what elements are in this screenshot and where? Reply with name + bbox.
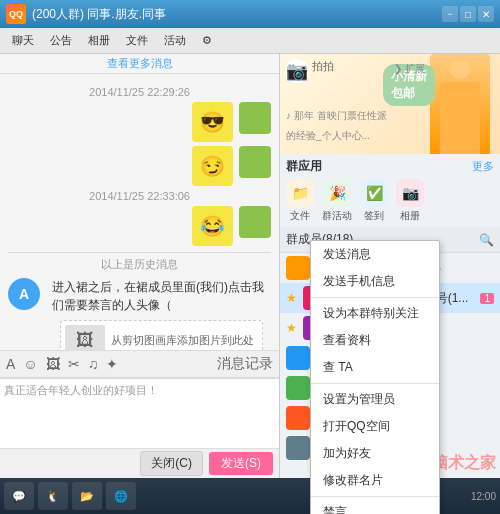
ctx-mute[interactable]: 禁言 [311,499,439,514]
close-chat-button[interactable]: 关闭(C) [140,451,203,476]
taskbar-time: 12:00 [471,491,496,502]
font-btn[interactable]: A [4,354,17,374]
msg-bubble-3: 😂 [192,206,233,246]
msg-content: 进入裙之后，在裙成员里面(我们)点击我们需要禁言的人头像（ 🖼 从剪切图画库添加… [52,278,271,350]
title-bar: QQ (200人群) 同事.朋友.同事 － □ ✕ [0,0,500,28]
msg-bubble-2: 😏 [192,146,233,186]
history-divider: 以上是历史消息 [8,252,271,272]
ctx-ta[interactable]: 查 TA [311,354,439,381]
image-placeholder-text: 从剪切图画库添加图片到此处 [111,333,254,348]
screenshot-btn[interactable]: ✂ [66,354,82,374]
ctx-open-qq-space[interactable]: 打开QQ空间 [311,413,439,440]
ctx-add-friend[interactable]: 加为好友 [311,440,439,467]
ad-label: 拍拍 [312,59,334,74]
sender-avatar: A [8,278,40,310]
main-window: QQ (200人群) 同事.朋友.同事 － □ ✕ 聊天 公告 相册 文件 活动… [0,0,500,514]
group-apps: 群应用 更多 📁 文件 🎉 群活动 ✅ 签到 [280,154,500,227]
maximize-button[interactable]: □ [460,6,476,22]
ctx-send-msg[interactable]: 发送消息 [311,241,439,268]
browser-icon: 🌐 [114,490,128,503]
send-message-button[interactable]: 发送(S) [209,452,273,475]
toolbar-album[interactable]: 相册 [82,31,116,50]
toolbar-notice[interactable]: 公告 [44,31,78,50]
more-btn[interactable]: ✦ [104,354,120,374]
wechat-icon: 💬 [12,490,26,503]
bottom-msg-row: A 进入裙之后，在裙成员里面(我们)点击我们需要禁言的人头像（ 🖼 从剪切图画库… [8,278,271,350]
ad-arrow: ❯ 扩展 [394,62,425,76]
input-placeholder-text: 真正适合年轻人创业的好项目！ [4,383,275,398]
main-toolbar: 聊天 公告 相册 文件 活动 ⚙ [0,28,500,54]
close-window-button[interactable]: ✕ [478,6,494,22]
album-label: 相册 [400,209,420,223]
chat-messages: 2014/11/25 22:29:26 😎 😏 2014/11/25 22:33… [0,74,279,350]
chat-input-area[interactable]: 真正适合年轻人创业的好项目！ [0,378,279,448]
ad-banner: 📷 拍拍 小清新 包邮 ♪ 那年 首映门票任性派 的经验_个人中心... ❯ 扩… [280,54,500,154]
timestamp-2: 2014/11/25 22:33:06 [8,190,271,202]
ad-extra: ♪ 那年 首映门票任性派 [286,109,387,123]
member-avatar-5 [286,376,310,400]
music-btn[interactable]: ♫ [86,354,101,374]
star-icon-2: ★ [286,291,297,305]
ctx-set-admin[interactable]: 设置为管理员 [311,386,439,413]
taskbar-wechat[interactable]: 💬 [4,482,34,510]
msg-text: 进入裙之后，在裙成员里面(我们)点击我们需要禁言的人头像（ [52,278,271,314]
taskbar-browser[interactable]: 🌐 [106,482,136,510]
ad-extra2: 的经验_个人中心... [286,129,370,143]
image-drop-area[interactable]: 🖼 从剪切图画库添加图片到此处 [60,320,263,350]
chat-panel: 查看更多消息 2014/11/25 22:29:26 😎 😏 [0,54,280,478]
explorer-icon: 📂 [80,490,94,503]
msg-row-2: 😏 [8,146,271,186]
app-activity[interactable]: 🎉 群活动 [322,179,352,223]
msg-row-1: 😎 [8,102,271,142]
ctx-view-info[interactable]: 查看资料 [311,327,439,354]
ad-person-image [430,54,490,154]
member-avatar-1 [286,256,310,280]
signin-label: 签到 [364,209,384,223]
toolbar-file[interactable]: 文件 [120,31,154,50]
ctx-special-follow[interactable]: 设为本群特别关注 [311,300,439,327]
title-controls: － □ ✕ [442,6,494,22]
member-avatar-4 [286,346,310,370]
notice-bar[interactable]: 查看更多消息 [0,54,279,74]
app-album[interactable]: 📷 相册 [396,179,424,223]
group-apps-title: 群应用 [286,158,322,175]
camera-icon: 📷 [285,59,309,83]
window-title: (200人群) 同事.朋友.同事 [32,6,442,23]
image-btn[interactable]: 🖼 [44,354,62,374]
file-icon: 📁 [286,179,314,207]
taskbar-qq[interactable]: 🐧 [38,482,68,510]
activity-label: 群活动 [322,209,352,223]
input-toolbar: A ☺ 🖼 ✂ ♫ ✦ 消息记录 [0,350,279,378]
history-btn[interactable]: 消息记录 [215,353,275,375]
app-logo: QQ [6,4,26,24]
member-badge-2: 1 [480,293,494,304]
ctx-send-phone[interactable]: 发送手机信息 [311,268,439,295]
chat-input-buttons: 关闭(C) 发送(S) [0,448,279,478]
member-search-icon[interactable]: 🔍 [479,233,494,247]
ctx-divider-1 [311,297,439,298]
user-avatar-2 [239,146,271,178]
user-avatar-3 [239,206,271,238]
toolbar-chat[interactable]: 聊天 [6,31,40,50]
toolbar-activity[interactable]: 活动 [158,31,192,50]
apps-grid: 📁 文件 🎉 群活动 ✅ 签到 📷 相册 [286,179,494,223]
toolbar-settings[interactable]: ⚙ [196,32,218,49]
ctx-divider-2 [311,383,439,384]
msg-row-3: 😂 [8,206,271,246]
taskbar-explorer[interactable]: 📂 [72,482,102,510]
qq-icon: 🐧 [46,490,60,503]
minimize-button[interactable]: － [442,6,458,22]
app-file[interactable]: 📁 文件 [286,179,314,223]
album-icon: 📷 [396,179,424,207]
file-label: 文件 [290,209,310,223]
user-avatar-1 [239,102,271,134]
more-apps-link[interactable]: 更多 [472,159,494,174]
ctx-divider-3 [311,496,439,497]
emoji-btn[interactable]: ☺ [21,354,39,374]
timestamp-1: 2014/11/25 22:29:26 [8,86,271,98]
group-apps-header: 群应用 更多 [286,158,494,175]
ctx-edit-card[interactable]: 修改群名片 [311,467,439,494]
app-signin[interactable]: ✅ 签到 [360,179,388,223]
signin-icon: ✅ [360,179,388,207]
member-avatar-6 [286,406,310,430]
